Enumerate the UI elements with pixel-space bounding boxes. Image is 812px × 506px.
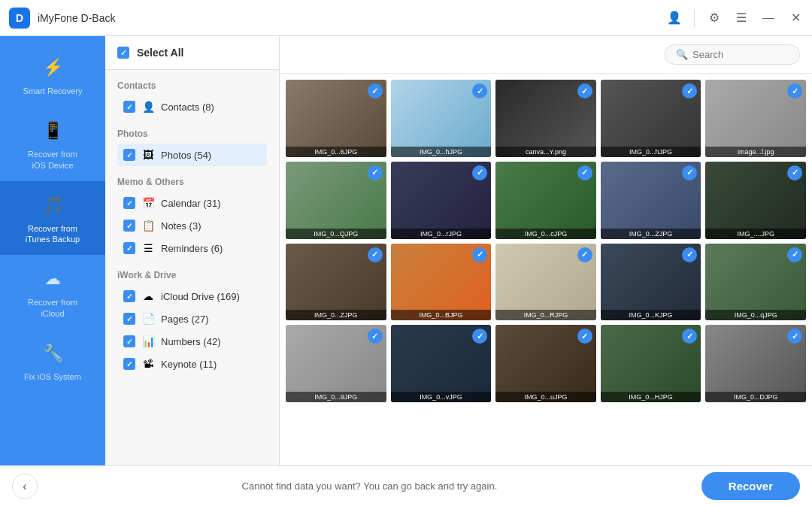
photo-cell-9[interactable]: ✓IMG_0...ZJPG (601, 162, 701, 239)
photo-cell-3[interactable]: ✓canva...Y.png (495, 80, 596, 157)
photo-cell-20[interactable]: ✓IMG_0...DJPG (705, 325, 806, 402)
recover-button[interactable]: Recover (701, 472, 800, 500)
photo-label-19: IMG_0...HJPG (601, 392, 701, 402)
category-item-contacts[interactable]: 👤 Contacts (8) (117, 95, 267, 118)
sidebar-item-recover-icloud[interactable]: ☁ Recover fromiCloud (0, 255, 105, 329)
sidebar-item-smart-recovery[interactable]: ⚡ Smart Recovery (0, 44, 105, 107)
photo-cell-7[interactable]: ✓IMG_0...rJPG (391, 162, 492, 239)
category-iwork: iWork & Drive ☁ iCloud Drive (169) 📄 Pag… (105, 259, 279, 375)
photo-label-4: IMG_0...hJPG (601, 147, 701, 157)
checkbox-calendar[interactable] (123, 197, 135, 209)
category-item-calendar[interactable]: 📅 Calendar (31) (117, 192, 267, 214)
select-all-checkbox[interactable] (117, 47, 129, 59)
app-logo: D (9, 8, 30, 29)
photo-check-9: ✓ (682, 165, 697, 180)
sidebar-label-smart-recovery: Smart Recovery (23, 86, 83, 96)
pages-label: Pages (27) (161, 314, 261, 325)
category-item-photos[interactable]: 🖼 Photos (54) (117, 144, 267, 166)
menu-icon[interactable]: ☰ (734, 11, 749, 26)
category-contacts: Contacts 👤 Contacts (8) (105, 70, 279, 118)
photo-label-10: IMG_....JPG (705, 229, 806, 239)
photos-icon: 🖼 (141, 148, 155, 162)
category-item-pages[interactable]: 📄 Pages (27) (117, 308, 267, 330)
photo-cell-4[interactable]: ✓IMG_0...hJPG (601, 80, 701, 157)
photo-cell-18[interactable]: ✓IMG_0...uJPG (495, 325, 596, 402)
photo-cell-10[interactable]: ✓IMG_....JPG (705, 162, 806, 239)
photo-check-6: ✓ (368, 165, 383, 180)
settings-icon[interactable]: ⚙ (707, 11, 722, 26)
numbers-icon: 📊 (141, 335, 155, 348)
account-icon[interactable]: 👤 (667, 11, 682, 26)
sidebar-item-recover-ios[interactable]: 📱 Recover fromiOS Device (0, 107, 105, 181)
select-all-row[interactable]: Select All (105, 36, 279, 70)
select-all-label: Select All (137, 47, 184, 59)
close-icon[interactable]: ✕ (788, 11, 803, 26)
checkbox-photos[interactable] (123, 149, 135, 161)
photo-check-12: ✓ (472, 247, 487, 262)
reminders-icon: ☰ (141, 241, 155, 255)
category-item-numbers[interactable]: 📊 Numbers (42) (117, 330, 267, 353)
photo-label-6: IMG_0...QJPG (286, 229, 386, 239)
window-controls: 👤 ⚙ ☰ — ✕ (667, 9, 803, 27)
photo-label-20: IMG_0...DJPG (705, 392, 806, 402)
category-memo: Memo & Others 📅 Calendar (31) 📋 Notes (3… (105, 166, 279, 259)
icloud-drive-icon: ☁ (141, 289, 155, 303)
recover-ios-icon: 📱 (39, 117, 66, 144)
photo-check-10: ✓ (787, 165, 802, 180)
checkbox-numbers[interactable] (123, 335, 135, 347)
search-input[interactable] (692, 49, 789, 60)
search-box[interactable]: 🔍 (665, 44, 800, 65)
checkbox-keynote[interactable] (123, 358, 135, 370)
photo-cell-16[interactable]: ✓IMG_0...9JPG (286, 325, 386, 402)
keynote-icon: 📽 (141, 357, 155, 371)
back-button[interactable]: ‹ (12, 474, 38, 499)
photo-cell-12[interactable]: ✓IMG_0...BJPG (391, 244, 492, 321)
recover-itunes-icon: 🎵 (39, 192, 66, 219)
search-icon: 🔍 (676, 49, 688, 60)
checkbox-icloud-drive[interactable] (123, 290, 135, 302)
photo-check-4: ✓ (682, 83, 697, 98)
sidebar-item-recover-itunes[interactable]: 🎵 Recover fromiTunes Backup (0, 181, 105, 256)
fix-ios-icon: 🔧 (39, 340, 66, 367)
category-item-notes[interactable]: 📋 Notes (3) (117, 214, 267, 237)
checkbox-pages[interactable] (123, 313, 135, 325)
checkbox-contacts[interactable] (123, 101, 135, 113)
left-panel: Select All Contacts 👤 Contacts (8) Photo… (105, 36, 280, 465)
minimize-icon[interactable]: — (761, 11, 776, 26)
smart-recovery-icon: ⚡ (39, 54, 66, 81)
photo-cell-13[interactable]: ✓IMG_0...RJPG (495, 244, 596, 321)
sidebar-item-fix-ios[interactable]: 🔧 Fix iOS System (0, 329, 105, 392)
category-item-keynote[interactable]: 📽 Keynote (11) (117, 353, 267, 375)
category-item-icloud-drive[interactable]: ☁ iCloud Drive (169) (117, 285, 267, 308)
bottom-bar: ‹ Cannot find data you want? You can go … (0, 465, 812, 506)
photo-check-17: ✓ (472, 329, 487, 344)
photo-check-16: ✓ (368, 329, 383, 344)
checkbox-notes[interactable] (123, 220, 135, 232)
photo-cell-15[interactable]: ✓IMG_0...qJPG (705, 244, 806, 321)
photo-check-7: ✓ (472, 165, 487, 180)
checkbox-reminders[interactable] (123, 242, 135, 254)
category-title-photos: Photos (117, 129, 267, 139)
photo-label-12: IMG_0...BJPG (391, 310, 492, 320)
photo-label-3: canva...Y.png (495, 147, 596, 157)
photo-cell-17[interactable]: ✓IMG_0...vJPG (391, 325, 492, 402)
photo-cell-1[interactable]: ✓IMG_0...6JPG (286, 80, 386, 157)
icloud-drive-label: iCloud Drive (169) (161, 291, 261, 302)
category-title-memo: Memo & Others (117, 177, 267, 187)
photo-label-18: IMG_0...uJPG (495, 392, 596, 402)
calendar-label: Calendar (31) (161, 198, 261, 209)
photo-grid: ✓IMG_0...6JPG✓IMG_0...hJPG✓canva...Y.png… (280, 74, 812, 465)
category-item-reminders[interactable]: ☰ Reminders (6) (117, 237, 267, 259)
keynote-label: Keynote (11) (161, 359, 261, 370)
photo-cell-14[interactable]: ✓IMG_0...KJPG (601, 244, 701, 321)
photo-cell-8[interactable]: ✓IMG_0...cJPG (495, 162, 596, 239)
photo-cell-19[interactable]: ✓IMG_0...HJPG (601, 325, 701, 402)
photo-cell-11[interactable]: ✓IMG_0...ZJPG (286, 244, 386, 321)
calendar-icon: 📅 (141, 196, 155, 210)
photo-check-19: ✓ (682, 329, 697, 344)
photo-cell-6[interactable]: ✓IMG_0...QJPG (286, 162, 386, 239)
photo-label-13: IMG_0...RJPG (495, 310, 596, 320)
bottom-hint: Cannot find data you want? You can go ba… (38, 480, 701, 492)
photo-cell-5[interactable]: ✓image...l.jpg (705, 80, 806, 157)
photo-cell-2[interactable]: ✓IMG_0...hJPG (391, 80, 492, 157)
